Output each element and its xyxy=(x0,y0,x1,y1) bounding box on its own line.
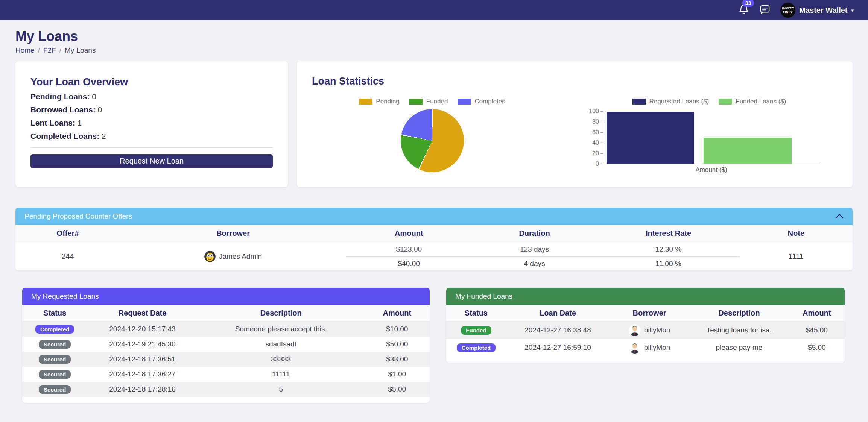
table-row: Secured 2024-12-19 21:45:30 sdadfsadf $5… xyxy=(22,337,430,352)
funded-loans-header: My Funded Loans xyxy=(446,288,845,305)
user-menu[interactable]: INVITE ONLY Master Wallet ▾ xyxy=(780,3,854,18)
table-row: Funded 2024-12-27 16:38:48 billyMon Test… xyxy=(446,322,845,339)
pie-legend: Pending Funded Completed xyxy=(359,98,505,105)
borrower-avatar xyxy=(204,251,216,262)
messages-button[interactable] xyxy=(759,4,771,17)
breadcrumb-f2f[interactable]: F2F xyxy=(43,46,56,55)
funded-loans-table-header: Status Loan Date Borrower Description Am… xyxy=(446,305,845,322)
status-badge: Secured xyxy=(39,355,71,364)
table-row: Secured 2024-12-18 17:36:51 33333 $33.00 xyxy=(22,352,430,367)
counter-offers-table-header: Offer# Borrower Amount Duration Interest… xyxy=(15,225,853,242)
legend-swatch-pending xyxy=(359,99,372,105)
legend-swatch-funded-bar xyxy=(719,99,732,105)
pie-chart xyxy=(401,109,464,172)
pie-chart-block: Pending Funded Completed xyxy=(312,98,553,174)
caret-down-icon: ▾ xyxy=(851,8,854,13)
breadcrumb: Home / F2F / My Loans xyxy=(15,46,853,55)
statistics-title: Loan Statistics xyxy=(312,76,838,87)
borrowed-loans-stat: Borrowed Loans: 0 xyxy=(30,105,273,114)
status-badge: Secured xyxy=(39,340,71,349)
interest-rate-cell: 12.30 % 11.00 % xyxy=(597,242,739,270)
table-row: Completed 2024-12-20 15:17:43 Someone pl… xyxy=(22,322,430,337)
user-avatar: INVITE ONLY xyxy=(780,3,795,18)
bar-chart-y-axis: 020406080100 xyxy=(585,111,603,164)
breadcrumb-home[interactable]: Home xyxy=(15,46,35,55)
status-badge: Secured xyxy=(39,385,71,394)
borrower-avatar xyxy=(629,342,641,354)
bar-chart-plot xyxy=(603,111,819,164)
status-badge: Completed xyxy=(457,343,496,352)
note-cell: 1111 xyxy=(740,242,853,270)
counter-offers-header[interactable]: Pending Proposed Counter Offers xyxy=(15,208,853,225)
chat-icon xyxy=(759,4,771,17)
borrower-avatar xyxy=(629,324,641,336)
user-name: Master Wallet xyxy=(799,6,847,15)
status-badge: Secured xyxy=(39,370,71,379)
legend-swatch-requested xyxy=(632,99,646,105)
top-navbar: 33 INVITE ONLY Master Wallet ▾ xyxy=(0,0,868,20)
overview-title: Your Loan Overview xyxy=(30,76,273,88)
offer-number: 244 xyxy=(15,242,120,270)
breadcrumb-current: My Loans xyxy=(65,46,96,55)
pending-loans-stat: Pending Loans: 0 xyxy=(30,92,273,101)
legend-swatch-completed xyxy=(458,99,471,105)
bar-legend: Requested Loans ($) Funded Loans ($) xyxy=(585,98,833,105)
counter-offers-card: Pending Proposed Counter Offers Offer# B… xyxy=(15,208,853,270)
bar-funded-loans xyxy=(704,138,792,164)
duration-cell: 123 days 4 days xyxy=(472,242,597,270)
borrower-cell: James Admin xyxy=(120,242,346,270)
counter-offer-row: 244 James Admin $123.00 $ xyxy=(15,242,853,270)
funded-loans-card: My Funded Loans Status Loan Date Borrowe… xyxy=(446,288,845,363)
lent-loans-stat: Lent Loans: 1 xyxy=(30,118,273,128)
page-title: My Loans xyxy=(15,29,853,44)
requested-loans-card: My Requested Loans Status Request Date D… xyxy=(22,288,430,403)
table-row: Secured 2024-12-18 17:36:27 11111 $1.00 xyxy=(22,367,430,382)
requested-loans-header: My Requested Loans xyxy=(22,288,430,305)
bar-chart-x-label: Amount ($) xyxy=(603,166,819,174)
status-badge: Completed xyxy=(35,325,74,334)
borrower-name: James Admin xyxy=(219,252,262,261)
borrower-name: billyMon xyxy=(644,326,670,334)
chevron-up-icon[interactable] xyxy=(835,212,844,220)
legend-swatch-funded xyxy=(409,99,423,105)
loan-statistics-card: Loan Statistics Pending Funded Completed… xyxy=(297,61,853,187)
bar-requested-loans xyxy=(607,112,694,164)
loan-overview-card: Your Loan Overview Pending Loans: 0 Borr… xyxy=(15,61,288,187)
bar-chart-block: Requested Loans ($) Funded Loans ($) 020… xyxy=(585,98,833,174)
amount-cell: $123.00 $40.00 xyxy=(346,242,472,270)
completed-loans-stat: Completed Loans: 2 xyxy=(30,132,273,141)
request-new-loan-button[interactable]: Request New Loan xyxy=(30,154,273,168)
requested-loans-table-header: Status Request Date Description Amount xyxy=(22,305,430,322)
notification-count-badge: 33 xyxy=(742,0,754,7)
table-row: Completed 2024-12-27 16:59:10 billyMon p… xyxy=(446,339,845,356)
borrower-name: billyMon xyxy=(644,343,670,352)
status-badge: Funded xyxy=(461,326,491,335)
table-row: Secured 2024-12-18 17:28:16 5 $5.00 xyxy=(22,382,430,397)
notifications-button[interactable]: 33 xyxy=(738,4,749,17)
